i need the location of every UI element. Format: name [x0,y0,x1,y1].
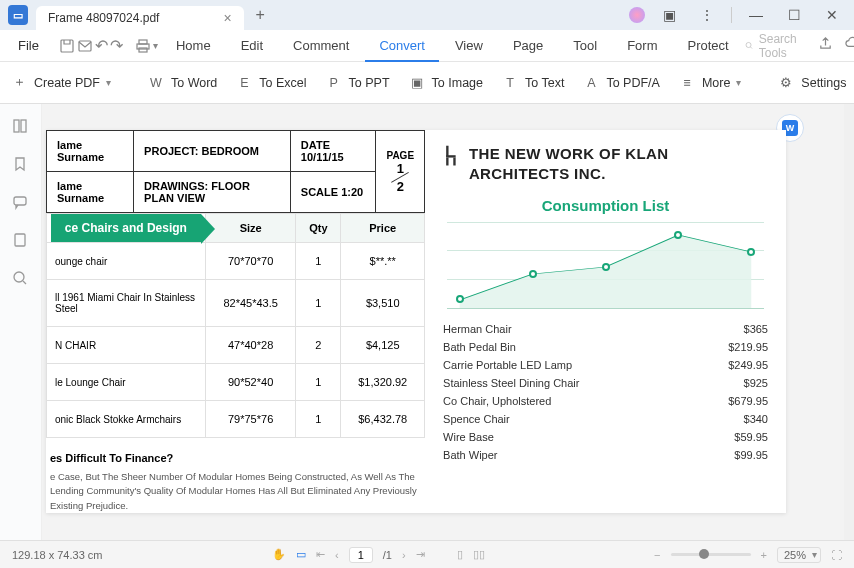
section-banner: ce Chairs and Design [51,214,201,242]
menu-home[interactable]: Home [162,38,225,53]
page-total: /1 [383,549,392,561]
svg-rect-9 [15,234,25,246]
menu-tool[interactable]: Tool [559,38,611,53]
list-item: Wire Base$59.95 [443,428,768,446]
excel-icon: E [235,74,253,92]
zoom-slider[interactable] [671,553,751,556]
to-text-button[interactable]: TTo Text [501,74,564,92]
next-page-button[interactable]: › [402,549,406,561]
app-icon: ▭ [8,5,28,25]
menu-form[interactable]: Form [613,38,671,53]
prev-page-button[interactable]: ‹ [335,549,339,561]
header-table: lame Surname PROJECT: BEDROOM DATE 10/11… [46,130,425,213]
search-panel-icon[interactable] [12,270,30,288]
page-dimensions: 129.18 x 74.33 cm [12,549,103,561]
select-tool-icon[interactable]: ▭ [296,548,306,561]
search-tools[interactable]: Search Tools [745,32,802,60]
left-sidebar [0,104,42,540]
close-window-button[interactable]: ✕ [818,1,846,29]
to-word-button[interactable]: WTo Word [147,74,217,92]
zoom-in-button[interactable]: + [761,549,767,561]
mail-icon[interactable] [77,37,93,55]
minimize-button[interactable]: — [742,1,770,29]
zoom-out-button[interactable]: − [654,549,660,561]
pdf-page: lame Surname PROJECT: BEDROOM DATE 10/11… [46,130,786,513]
menu-convert[interactable]: Convert [365,30,439,62]
menu-comment[interactable]: Comment [279,38,363,53]
table-row: ll 1961 Miami Chair In Stainless Steel82… [47,280,425,327]
search-icon [745,39,753,52]
paragraph-title: es Difficult To Finance? [50,452,421,464]
create-pdf-button[interactable]: ＋ Create PDF▾ [10,74,111,92]
table-row: onic Black Stokke Armchairs79*75*761$6,4… [47,401,425,438]
settings-button[interactable]: ⚙Settings [777,74,846,92]
menu-edit[interactable]: Edit [227,38,277,53]
fit-page-icon[interactable]: ⛶ [831,549,842,561]
main-area: ▸ W lame Surname PROJECT: BEDROOM DATE 1… [0,104,854,540]
word-icon: W [147,74,165,92]
svg-rect-12 [446,155,455,157]
svg-rect-13 [446,158,448,166]
menubar: File ↶ ↷ ▾ Home Edit Comment Convert Vie… [0,30,854,62]
close-tab-icon[interactable]: × [223,10,231,26]
table-row: le Lounge Chair90*52*401$1,320.92 [47,364,425,401]
maximize-button[interactable]: ☐ [780,1,808,29]
page-input[interactable] [349,547,373,563]
svg-rect-8 [14,197,26,205]
paragraph-text: e Case, But The Sheer Number Of Modular … [50,470,421,513]
kebab-icon[interactable]: ⋮ [693,1,721,29]
last-page-button[interactable]: ⇥ [416,548,425,561]
menu-icon: ≡ [678,74,696,92]
svg-point-10 [14,272,24,282]
text-icon: T [501,74,519,92]
redo-icon[interactable]: ↷ [110,37,123,55]
brand-header: THE NEW WORK OF KLAN ARCHITECTS INC. [443,144,768,183]
menu-page[interactable]: Page [499,38,557,53]
plus-icon: ＋ [10,74,28,92]
ai-icon[interactable] [629,7,645,23]
attachment-icon[interactable] [12,232,30,250]
list-item: Stainless Steel Dining Chair$925 [443,374,768,392]
menu-protect[interactable]: Protect [673,38,742,53]
pdfa-icon: A [582,74,600,92]
add-tab-button[interactable]: + [256,6,265,24]
statusbar: 129.18 x 74.33 cm ✋ ▭ ⇤ ‹ /1 › ⇥ ▯ ▯▯ − … [0,540,854,568]
more-button[interactable]: ≡More▾ [678,74,741,92]
svg-rect-11 [446,146,448,157]
save-icon[interactable] [59,37,75,55]
bookmark-icon[interactable] [12,156,30,174]
undo-icon[interactable]: ↶ [95,37,108,55]
to-image-button[interactable]: ▣To Image [408,74,483,92]
extension-icon[interactable]: ▣ [655,1,683,29]
share-icon[interactable] [818,36,833,55]
hand-tool-icon[interactable]: ✋ [272,548,286,561]
scrollbar[interactable] [844,104,854,540]
comment-icon[interactable] [12,194,30,212]
document-tab[interactable]: Frame 48097024.pdf × [36,6,244,30]
to-pdfa-button[interactable]: ATo PDF/A [582,74,660,92]
consumption-title: Consumption List [443,197,768,214]
file-menu[interactable]: File [10,38,47,53]
first-page-button[interactable]: ⇤ [316,548,325,561]
gear-icon: ⚙ [777,74,795,92]
two-page-icon[interactable]: ▯▯ [473,548,485,561]
svg-rect-1 [79,41,91,51]
svg-point-5 [746,42,751,47]
thumbnails-icon[interactable] [12,118,30,136]
consumption-list: Herman Chair$365 Bath Pedal Bin$219.95 C… [443,320,768,464]
to-excel-button[interactable]: ETo Excel [235,74,306,92]
image-icon: ▣ [408,74,426,92]
to-ppt-button[interactable]: PTo PPT [325,74,390,92]
print-icon[interactable] [135,37,151,55]
ppt-icon: P [325,74,343,92]
list-item: Bath Wiper$99.95 [443,446,768,464]
single-page-icon[interactable]: ▯ [457,548,463,561]
menu-view[interactable]: View [441,38,497,53]
cloud-icon[interactable] [845,36,854,55]
consumption-chart [447,222,764,308]
list-item: Spence Chair$340 [443,410,768,428]
chair-icon [443,144,459,168]
product-table: ce Chairs and Design Size Qty Price oung… [46,213,425,438]
document-viewport[interactable]: W lame Surname PROJECT: BEDROOM DATE 10/… [42,104,844,540]
zoom-select[interactable]: 25% ▾ [777,547,821,563]
